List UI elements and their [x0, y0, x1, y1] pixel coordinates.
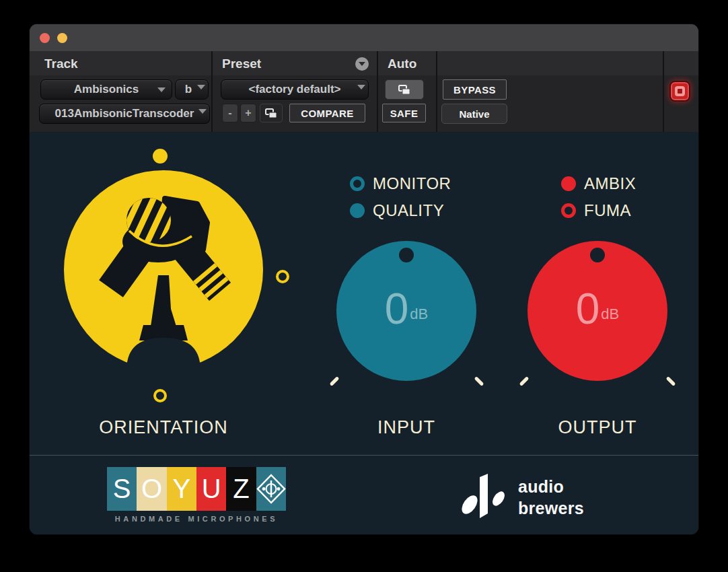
preset-section-label: Preset — [222, 57, 261, 71]
radio-circle-icon — [350, 203, 365, 218]
orientation-control[interactable] — [64, 170, 263, 369]
plugin-main-panel: MONITOR QUALITY AMBIX FUMA 0dB 0 — [30, 132, 698, 455]
soyuz-tile: O — [137, 467, 166, 511]
track-section-label: Track — [44, 57, 78, 71]
knob-max-tick — [474, 376, 484, 386]
soyuz-diamond-emblem-icon — [256, 467, 286, 511]
knob-min-tick — [330, 376, 340, 386]
auto-section-label: Auto — [388, 57, 416, 71]
chevron-down-icon — [157, 87, 166, 92]
safe-button[interactable]: SAFE — [382, 104, 426, 122]
preset-value: <factory default> — [249, 83, 341, 96]
header-divider — [211, 51, 213, 132]
window-titlebar[interactable] — [30, 24, 698, 51]
radio-label: FUMA — [584, 201, 631, 220]
radio-label: MONITOR — [373, 174, 451, 193]
preset-next-button[interactable]: + — [240, 104, 256, 122]
radio-ambix[interactable]: AMBIX — [561, 175, 636, 192]
chevron-down-icon — [357, 85, 365, 90]
knob-indicator-dot — [590, 248, 605, 262]
output-gain-value: 0dB — [527, 288, 667, 341]
preset-dropdown[interactable]: <factory default> — [221, 79, 369, 100]
plugin-header: Track Preset Auto Ambisonics b <factory … — [30, 51, 698, 132]
minimize-button[interactable] — [57, 33, 67, 43]
track-name-dropdown[interactable]: Ambisonics — [40, 79, 172, 100]
target-icon — [675, 86, 685, 96]
compare-button[interactable]: COMPARE — [289, 104, 365, 122]
bypass-button[interactable]: BYPASS — [443, 79, 507, 100]
soyuz-tile: S — [107, 467, 137, 511]
auto-librarian-button[interactable] — [385, 79, 424, 100]
chevron-down-icon — [197, 85, 205, 90]
circle-chevron-down-icon — [359, 62, 365, 66]
header-divider — [377, 51, 378, 132]
plugin-window: Track Preset Auto Ambisonics b <factory … — [30, 24, 698, 534]
track-group-value: b — [185, 83, 192, 96]
output-label: OUTPUT — [530, 417, 665, 438]
input-gain-value: 0dB — [336, 288, 476, 341]
brand-line: brewers — [518, 497, 584, 519]
plugin-footer: S O Y U Z HANDMADE MICROPHONES audio — [30, 455, 698, 534]
track-group-dropdown[interactable]: b — [175, 79, 209, 100]
radio-fuma[interactable]: FUMA — [561, 202, 631, 219]
radio-quality[interactable]: QUALITY — [350, 202, 444, 219]
knob-indicator-dot — [399, 248, 414, 262]
input-gain-knob[interactable]: 0dB — [336, 241, 476, 381]
knob-min-tick — [519, 376, 530, 386]
soyuz-tile: Y — [167, 467, 196, 511]
overlapping-squares-icon — [398, 85, 410, 95]
brand-line: audio — [518, 476, 584, 497]
preset-menu-button[interactable] — [355, 57, 369, 71]
track-name-value: Ambisonics — [74, 83, 139, 96]
preset-librarian-button[interactable] — [260, 104, 283, 122]
soyuz-tagline: HANDMADE MICROPHONES — [100, 515, 293, 523]
soyuz-emblem-tile — [256, 467, 286, 511]
radio-circle-icon — [350, 176, 365, 191]
orientation-label: ORIENTATION — [63, 417, 264, 438]
radio-label: QUALITY — [373, 201, 444, 220]
orientation-handle-bottom[interactable] — [153, 389, 167, 402]
close-button[interactable] — [40, 33, 50, 43]
plugin-target-button[interactable] — [669, 81, 690, 102]
soyuz-tile: Z — [226, 467, 256, 511]
radio-label: AMBIX — [584, 174, 636, 193]
soyuz-logo: S O Y U Z — [107, 467, 286, 511]
audio-brewers-logo-icon — [461, 473, 507, 519]
orientation-handle-top[interactable] — [153, 149, 168, 164]
radio-circle-icon — [561, 176, 576, 191]
header-divider — [663, 51, 664, 132]
native-button[interactable]: Native — [441, 104, 507, 124]
chevron-down-icon — [198, 109, 207, 114]
plugin-name-dropdown[interactable]: 013AmbisonicTranscoder — [39, 104, 210, 124]
overlapping-squares-icon — [265, 108, 277, 118]
radio-monitor[interactable]: MONITOR — [350, 175, 451, 192]
radio-circle-icon — [561, 203, 576, 218]
orientation-handle-right[interactable] — [276, 270, 289, 283]
knob-max-tick — [666, 376, 676, 386]
soyuz-tile: U — [196, 467, 226, 511]
output-gain-knob[interactable]: 0dB — [527, 241, 667, 381]
plugin-name-value: 013AmbisonicTranscoder — [55, 107, 194, 120]
audio-brewers-wordmark: audio brewers — [518, 476, 584, 519]
input-label: INPUT — [339, 417, 474, 438]
preset-previous-button[interactable]: - — [222, 104, 238, 122]
header-divider — [436, 51, 437, 132]
